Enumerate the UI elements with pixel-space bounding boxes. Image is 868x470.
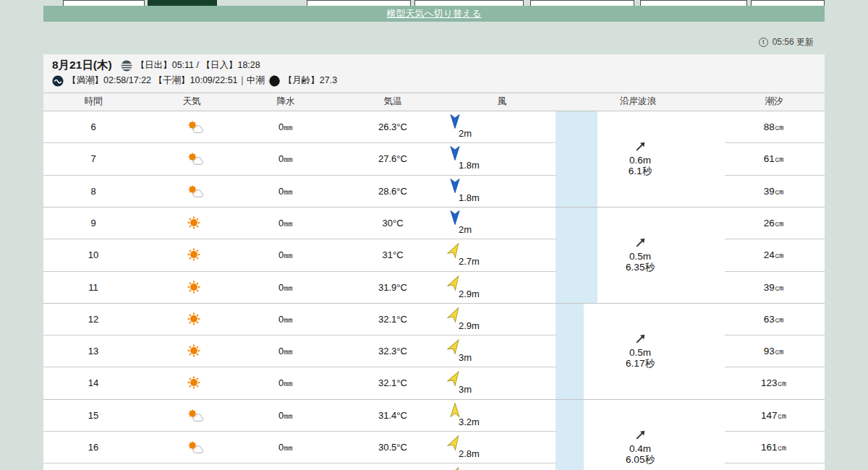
tide-level: 88㎝	[731, 121, 817, 132]
nav-tab-stub[interactable]	[751, 0, 825, 6]
marine-weather-page: { "toolbar": { "switch_link": "横型天気へ切り替え…	[0, 0, 868, 470]
wind-direction-icon	[448, 338, 461, 354]
temp-cell: 27.6°C	[364, 153, 422, 164]
wave-height: 0.4m	[629, 443, 651, 454]
col-header-tide: 潮汐	[731, 93, 817, 111]
weather-icon-sunny	[186, 215, 202, 231]
row-divider-left	[43, 271, 556, 272]
wind-speed: 3m	[459, 353, 472, 363]
tide-level: 24㎝	[731, 249, 817, 260]
wind-speed: 2m	[459, 225, 472, 235]
switch-layout-link[interactable]: 横型天気へ切り替える	[386, 7, 481, 20]
temp-cell: 32.1°C	[364, 314, 422, 325]
wave-cell: 0.5m 6.35秒	[556, 207, 725, 303]
hour-cell: 13	[72, 346, 115, 356]
weather-icon-sunny	[186, 343, 202, 359]
hour-cell: 6	[72, 121, 115, 132]
wind-direction-icon	[448, 402, 461, 418]
wave-direction-icon	[634, 333, 647, 347]
moon-age-label: 【月齢】27.3	[284, 74, 337, 87]
nav-tab-stub[interactable]	[63, 0, 145, 6]
weather-icon-sunny	[186, 247, 202, 262]
weather-icon-sunny	[186, 375, 202, 390]
wind-direction-icon	[448, 145, 461, 161]
row-divider-left	[43, 239, 556, 239]
row-divider-left	[43, 431, 556, 432]
wind-speed: 1.8m	[459, 161, 480, 171]
wind-direction-icon	[448, 274, 461, 290]
row-divider-right	[725, 239, 825, 239]
wind-speed: 2m	[459, 129, 472, 139]
updated-time-label: 05:56 更新	[773, 36, 814, 48]
precip-cell: 0㎜	[257, 249, 315, 260]
wave-height: 0.5m	[629, 251, 651, 262]
date-header: 8月21日(木) 【日出】05:11 / 【日入】18:28	[52, 58, 337, 88]
precip-cell: 0㎜	[257, 314, 315, 325]
wave-cell: 0.6m 6.1秒	[556, 111, 725, 207]
row-divider-left	[43, 142, 556, 143]
update-info: ! 05:56 更新	[759, 36, 814, 48]
tide-level: 147㎝	[731, 410, 817, 421]
wave-period: 6.1秒	[629, 166, 652, 176]
row-divider-right	[725, 335, 825, 336]
row-divider-left	[43, 367, 556, 367]
temp-cell: 30°C	[364, 218, 422, 228]
col-header-time: 時間	[50, 93, 137, 111]
col-header-precip: 降水	[242, 93, 329, 111]
wind-direction-icon	[448, 210, 461, 226]
temp-cell: 32.1°C	[364, 377, 422, 388]
hour-cell: 16	[72, 442, 115, 453]
wind-speed: 2.7m	[459, 257, 480, 267]
weather-icon-partly-cloudy	[186, 407, 205, 423]
weather-icon-partly-cloudy	[186, 150, 205, 166]
wave-cell: 0.4m 6.05秒	[556, 399, 725, 470]
nav-tab-stub[interactable]	[640, 0, 747, 6]
precip-cell: 0㎜	[257, 410, 315, 421]
wave-height: 0.5m	[629, 347, 651, 358]
tide-level: 63㎝	[731, 314, 817, 325]
precip-cell: 0㎜	[257, 121, 315, 132]
wind-speed: 3.2m	[459, 417, 480, 427]
precip-cell: 0㎜	[257, 282, 315, 293]
wave-direction-icon	[634, 236, 647, 251]
wave-height: 0.6m	[629, 155, 651, 166]
wind-direction-icon	[448, 242, 461, 257]
wind-speed: 2.9m	[459, 321, 480, 331]
weather-icon-sunny	[186, 279, 202, 295]
hour-cell: 10	[72, 249, 115, 260]
weather-icon-partly-cloudy	[186, 439, 205, 455]
temp-cell: 31.9°C	[364, 282, 422, 293]
hourly-forecast-table: 時間天気降水気温風沿岸波浪潮汐6 0㎜26.3°C2m88㎝7 0㎜27.6°C…	[43, 93, 825, 470]
weather-icon-partly-cloudy	[186, 183, 205, 199]
nav-tab-stub[interactable]	[530, 0, 634, 6]
table-top-border	[43, 93, 825, 93]
nav-tab-stub-active[interactable]	[148, 0, 217, 6]
temp-cell: 31°C	[364, 249, 422, 260]
temp-cell: 32.3°C	[364, 346, 422, 356]
nav-tab-stub[interactable]	[414, 0, 524, 6]
switch-layout-bar: 横型天気へ切り替える	[43, 6, 825, 22]
wind-direction-icon	[448, 306, 461, 322]
tide-level: 123㎝	[731, 377, 817, 388]
tide-wave-icon	[52, 75, 64, 87]
precip-cell: 0㎜	[257, 377, 315, 388]
moon-phase-icon	[268, 75, 280, 87]
wave-period: 6.35秒	[626, 262, 655, 273]
col-header-wind: 風	[459, 93, 545, 111]
update-alert-icon: !	[759, 38, 768, 47]
wind-direction-icon	[448, 369, 461, 385]
col-header-waves: 沿岸波浪	[595, 93, 681, 111]
col-header-temp: 気温	[349, 93, 436, 111]
precip-cell: 0㎜	[257, 218, 315, 228]
sunrise-sunset-icon	[121, 60, 132, 72]
wave-direction-icon	[634, 429, 647, 443]
tide-level: 39㎝	[731, 282, 817, 293]
nav-tab-stub[interactable]	[307, 0, 411, 6]
wave-period: 6.05秒	[626, 454, 655, 465]
sun-times-label: 【日出】05:11 / 【日入】18:28	[136, 59, 260, 72]
wind-speed: 2.8m	[459, 449, 480, 459]
precip-cell: 0㎜	[257, 153, 315, 164]
hour-cell: 9	[72, 218, 115, 228]
row-divider-right	[725, 175, 825, 176]
row-divider-right	[725, 142, 825, 143]
